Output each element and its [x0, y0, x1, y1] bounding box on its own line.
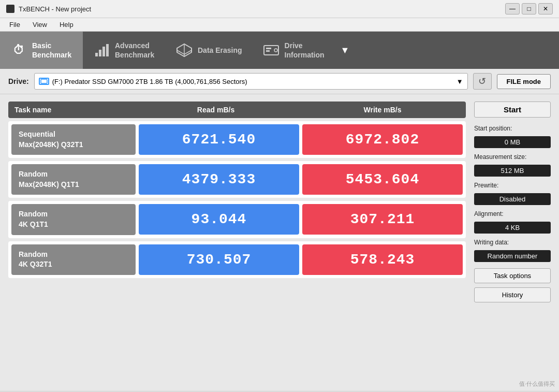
task-options-button[interactable]: Task options — [474, 268, 551, 283]
write-random-max: 5453.604 — [302, 164, 463, 195]
menu-help[interactable]: Help — [54, 19, 79, 30]
close-button[interactable]: ✕ — [538, 3, 553, 14]
drive-information-label: DriveInformation — [285, 41, 325, 60]
bench-row-random-max: RandomMax(2048K) Q1T1 4379.333 5453.604 — [8, 161, 466, 198]
svg-rect-0 — [95, 53, 98, 56]
toolbar-more-button[interactable]: ▼ — [335, 32, 355, 69]
drive-bar: Drive: (F:) Predator SSD GM7000 2TB 1.86… — [0, 69, 559, 94]
prewrite-value: Disabled — [474, 193, 551, 205]
minimize-button[interactable]: — — [505, 3, 520, 14]
svg-point-7 — [274, 49, 277, 52]
measurement-size-value: 512 MB — [474, 165, 551, 177]
data-erasing-icon — [176, 42, 193, 59]
svg-rect-5 — [266, 48, 271, 49]
svg-rect-6 — [266, 50, 270, 52]
read-sequential: 6721.540 — [139, 124, 299, 155]
task-sequential: SequentialMax(2048K) Q32T1 — [11, 124, 136, 155]
read-random-4k-q32: 730.507 — [139, 244, 299, 275]
watermark: 值·什么值得买 — [519, 380, 555, 388]
tab-basic-benchmark[interactable]: ⏱ BasicBenchmark — [0, 32, 83, 69]
writing-data-label: Writing data: — [474, 239, 551, 246]
refresh-icon: ↺ — [478, 76, 486, 87]
bench-row-sequential: SequentialMax(2048K) Q32T1 6721.540 6972… — [8, 121, 466, 158]
svg-rect-1 — [99, 50, 101, 56]
menu-view[interactable]: View — [27, 19, 52, 30]
col-write: Write mB/s — [299, 101, 466, 118]
title-bar: TxBENCH - New project — □ ✕ — [0, 0, 559, 18]
svg-rect-8 — [41, 79, 47, 83]
svg-rect-3 — [106, 44, 109, 56]
tab-data-erasing[interactable]: Data Erasing — [166, 32, 253, 69]
read-random-4k: 93.044 — [139, 204, 299, 235]
task-random-4k-q32: Random4K Q32T1 — [11, 244, 136, 275]
start-button[interactable]: Start — [474, 101, 551, 118]
task-random-4k: Random4K Q1T1 — [11, 204, 136, 235]
drive-select-chevron: ▼ — [457, 78, 463, 85]
drive-label: Drive: — [8, 77, 29, 85]
bench-row-random-4k: Random4K Q1T1 93.044 307.211 — [8, 201, 466, 238]
col-task-name: Task name — [8, 101, 133, 118]
task-random-max: RandomMax(2048K) Q1T1 — [11, 164, 136, 195]
benchmark-header: Task name Read mB/s Write mB/s — [8, 101, 466, 118]
maximize-button[interactable]: □ — [522, 3, 536, 14]
data-erasing-label: Data Erasing — [198, 46, 242, 55]
tab-advanced-benchmark[interactable]: AdvancedBenchmark — [83, 32, 166, 69]
main-content: Task name Read mB/s Write mB/s Sequentia… — [0, 94, 559, 391]
menu-file[interactable]: File — [4, 19, 25, 30]
start-position-label: Start position: — [474, 125, 551, 132]
app-icon — [6, 5, 14, 13]
tab-drive-information[interactable]: DriveInformation — [253, 32, 335, 69]
alignment-value: 4 KB — [474, 222, 551, 234]
prewrite-label: Prewrite: — [474, 182, 551, 189]
bench-row-random-4k-q32: Random4K Q32T1 730.507 578.243 — [8, 241, 466, 278]
measurement-size-label: Measurement size: — [474, 153, 551, 161]
basic-benchmark-label: BasicBenchmark — [32, 41, 71, 60]
svg-rect-2 — [102, 47, 105, 56]
basic-benchmark-icon: ⏱ — [10, 42, 27, 59]
writing-data-value: Random number — [474, 250, 551, 262]
drive-select-icon — [39, 78, 49, 85]
menu-bar: File View Help — [0, 18, 559, 32]
window-controls: — □ ✕ — [505, 3, 553, 14]
alignment-label: Alignment: — [474, 210, 551, 217]
read-random-max: 4379.333 — [139, 164, 299, 195]
write-sequential: 6972.802 — [302, 124, 463, 155]
write-random-4k-q32: 578.243 — [302, 244, 463, 275]
drive-select[interactable]: (F:) Predator SSD GM7000 2TB 1.86 TB (4,… — [34, 73, 468, 90]
write-random-4k: 307.211 — [302, 204, 463, 235]
drive-information-icon — [263, 42, 280, 59]
side-panel: Start Start position: 0 MB Measurement s… — [474, 101, 551, 384]
benchmark-panel: Task name Read mB/s Write mB/s Sequentia… — [8, 101, 466, 384]
history-button[interactable]: History — [474, 287, 551, 302]
advanced-benchmark-label: AdvancedBenchmark — [115, 41, 154, 60]
drive-select-text: (F:) Predator SSD GM7000 2TB 1.86 TB (4,… — [52, 78, 247, 85]
advanced-benchmark-icon — [93, 42, 110, 59]
window-title: TxBENCH - New project — [19, 5, 91, 13]
refresh-button[interactable]: ↺ — [473, 73, 492, 90]
toolbar: ⏱ BasicBenchmark AdvancedBenchmark Data … — [0, 32, 559, 69]
col-read: Read mB/s — [133, 101, 299, 118]
start-position-value: 0 MB — [474, 136, 551, 148]
file-mode-button[interactable]: FILE mode — [497, 74, 551, 89]
